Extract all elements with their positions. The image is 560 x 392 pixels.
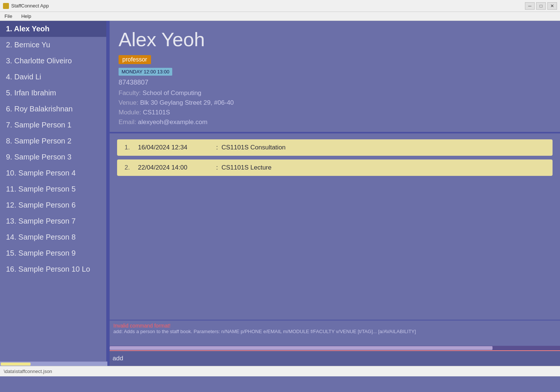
main-container: 1. Alex Yeoh2. Bernice Yu3. Charlotte Ol… bbox=[0, 21, 560, 366]
menu-help[interactable]: Help bbox=[17, 13, 36, 20]
email-line: Email: alexyeoh@example.com bbox=[119, 118, 551, 126]
person-list-item[interactable]: 9. Sample Person 3 bbox=[0, 149, 106, 165]
person-list-item[interactable]: 5. Irfan Ibrahim bbox=[0, 85, 106, 101]
command-error-text: Invalid command format! bbox=[113, 323, 556, 329]
module-line: Module: CS1101S bbox=[119, 109, 551, 116]
person-list-item[interactable]: 3. Charlotte Oliveiro bbox=[0, 53, 106, 69]
person-list-item[interactable]: 16. Sample Person 10 Lo bbox=[0, 261, 106, 277]
meeting-date: 16/04/2024 12:34 bbox=[138, 144, 213, 151]
faculty-label: Faculty: bbox=[119, 89, 142, 97]
title-bar-controls: ─ □ ✕ bbox=[525, 2, 557, 10]
menu-file[interactable]: File bbox=[0, 13, 17, 20]
meeting-item: 1. 16/04/2024 12:34 : CS1101S Consultati… bbox=[117, 139, 553, 156]
maximize-button[interactable]: □ bbox=[536, 2, 546, 10]
email-value: alexyeoh@example.com bbox=[138, 118, 207, 126]
venue-line: Venue: Blk 30 Geylang Street 29, #06-40 bbox=[119, 99, 551, 107]
app-title: StaffConnect App bbox=[11, 3, 49, 9]
person-name: Alex Yeoh bbox=[119, 28, 551, 51]
person-list-item[interactable]: 1. Alex Yeoh bbox=[0, 21, 106, 37]
venue-label: Venue: bbox=[119, 99, 140, 106]
person-list-item[interactable]: 2. Bernice Yu bbox=[0, 37, 106, 53]
module-label: Module: bbox=[119, 109, 143, 116]
person-list-item[interactable]: 13. Sample Person 7 bbox=[0, 213, 106, 229]
meetings-panel: 1. 16/04/2024 12:34 : CS1101S Consultati… bbox=[110, 133, 560, 320]
status-filepath: \data\staffconnect.json bbox=[4, 369, 52, 374]
command-input[interactable] bbox=[113, 355, 557, 362]
command-output-area: Invalid command format! add: Adds a pers… bbox=[110, 320, 560, 346]
command-help-text: add: Adds a person to the staff book. Pa… bbox=[113, 329, 556, 334]
person-list-item[interactable]: 4. David Li bbox=[0, 69, 106, 85]
meeting-sep: : bbox=[213, 144, 221, 151]
meeting-num: 2. bbox=[125, 164, 138, 171]
title-bar: StaffConnect App ─ □ ✕ bbox=[0, 0, 560, 12]
meeting-num: 1. bbox=[125, 144, 138, 151]
professor-tag: professor bbox=[119, 55, 151, 64]
module-value: CS1101S bbox=[143, 109, 170, 116]
venue-value: Blk 30 Geylang Street 29, #06-40 bbox=[140, 99, 234, 106]
command-input-bar bbox=[110, 350, 560, 366]
meeting-title: CS1101S Consultation bbox=[221, 144, 545, 151]
menu-bar: File Help bbox=[0, 12, 560, 21]
person-list-item[interactable]: 7. Sample Person 1 bbox=[0, 117, 106, 133]
person-info-panel: Alex Yeoh professor MONDAY 12:00 13:00 8… bbox=[110, 21, 560, 133]
close-button[interactable]: ✕ bbox=[547, 2, 557, 10]
faculty-line: Faculty: School of Computing bbox=[119, 89, 551, 97]
content-area: Alex Yeoh professor MONDAY 12:00 13:00 8… bbox=[110, 21, 560, 366]
persons-list[interactable]: 1. Alex Yeoh2. Bernice Yu3. Charlotte Ol… bbox=[0, 21, 107, 361]
title-bar-left: StaffConnect App bbox=[3, 3, 49, 9]
person-list-item[interactable]: 10. Sample Person 4 bbox=[0, 165, 106, 181]
scrollbar-thumb bbox=[110, 346, 493, 350]
availability-tag: MONDAY 12:00 13:00 bbox=[119, 68, 172, 76]
phone-number: 87438807 bbox=[119, 79, 551, 86]
meeting-title: CS1101S Lecture bbox=[221, 164, 545, 171]
person-list-item[interactable]: 11. Sample Person 5 bbox=[0, 181, 106, 197]
person-list-item[interactable]: 14. Sample Person 8 bbox=[0, 229, 106, 245]
person-list-item[interactable]: 15. Sample Person 9 bbox=[0, 245, 106, 261]
faculty-value: School of Computing bbox=[142, 89, 201, 97]
sidebar-horizontal-scrollbar[interactable] bbox=[0, 361, 107, 366]
meeting-item: 2. 22/04/2024 14:00 : CS1101S Lecture bbox=[117, 159, 553, 176]
command-output-scrollbar[interactable] bbox=[110, 346, 560, 350]
status-bar: \data\staffconnect.json bbox=[0, 366, 560, 376]
sidebar-hscroll-thumb bbox=[1, 363, 31, 366]
person-list-item[interactable]: 6. Roy Balakrishnan bbox=[0, 101, 106, 117]
minimize-button[interactable]: ─ bbox=[525, 2, 535, 10]
email-label: Email: bbox=[119, 118, 138, 126]
meeting-sep: : bbox=[213, 164, 221, 171]
person-list-item[interactable]: 8. Sample Person 2 bbox=[0, 133, 106, 149]
meeting-date: 22/04/2024 14:00 bbox=[138, 164, 213, 171]
person-list-item[interactable]: 12. Sample Person 6 bbox=[0, 197, 106, 213]
app-icon bbox=[3, 3, 9, 9]
